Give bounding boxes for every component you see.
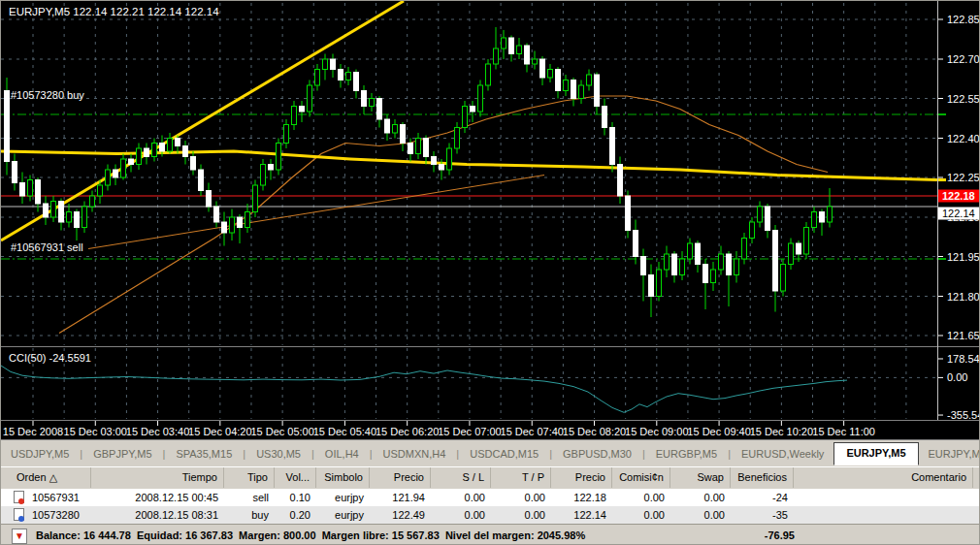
- chart-tab-usdcad-m15[interactable]: USDCAD,M15: [460, 444, 548, 465]
- candle-body: [168, 139, 173, 152]
- candle-body: [696, 243, 701, 265]
- chart-tab-usdmxn-h4[interactable]: USDMXN,H4: [374, 444, 456, 465]
- price-axis-label: 122.40: [947, 133, 980, 144]
- price-chart[interactable]: 122.85122.70122.55122.40122.25122.10121.…: [1, 1, 980, 439]
- time-axis-label: 15 Dec 08:20: [563, 426, 626, 437]
- price-axis-label: 121.65: [947, 330, 980, 341]
- candle-body: [145, 148, 149, 157]
- candle-body: [463, 107, 468, 128]
- time-axis-label: 15 Dec 04:20: [188, 426, 251, 437]
- price-axis-label: 122.85: [947, 14, 980, 25]
- candle-body: [315, 70, 320, 86]
- account-summary-text: Balance: 16 444.78 Equidad: 16 367.83 Ma…: [36, 529, 585, 541]
- column-header-simbolo[interactable]: Simbolo: [316, 467, 370, 488]
- candle-body: [362, 91, 367, 107]
- candle-body: [471, 107, 475, 112]
- order-row-10567931[interactable]: 105679312008.12.15 00:45sell0.10eurjpy12…: [1, 489, 980, 506]
- time-axis-label: 15 Dec 2008: [3, 426, 63, 437]
- order-cell: 0.00: [491, 489, 551, 506]
- order-row-10573280[interactable]: 105732802008.12.15 08:31buy0.20eurjpy122…: [1, 506, 980, 524]
- order-cell: 0.00: [670, 489, 731, 506]
- chart-tab-gbpusd-m30[interactable]: GBPUSD,M30: [553, 444, 641, 465]
- candle-body: [517, 46, 522, 54]
- candle-body: [703, 265, 708, 283]
- candle-body: [238, 217, 243, 228]
- candle-body: [75, 212, 80, 228]
- price-axis-label: 122.70: [947, 53, 980, 65]
- candle-body: [269, 165, 274, 171]
- candle-body: [90, 196, 95, 207]
- candle-body: [36, 180, 41, 205]
- order-cell: 10567931: [11, 489, 91, 506]
- column-header-comisi-n[interactable]: Comisi¢n: [612, 467, 670, 488]
- candle-body: [773, 231, 778, 292]
- chart-tab-oil-h4[interactable]: OIL,H4: [315, 444, 369, 465]
- column-header-orden[interactable]: Orden △: [11, 467, 91, 488]
- chart-tab-eurgbp-m5[interactable]: EURGBP,M5: [646, 444, 727, 465]
- cci-axis-label: 0.00: [947, 371, 967, 383]
- order-cell: [794, 489, 973, 506]
- column-header-swap[interactable]: Swap: [670, 467, 731, 488]
- candle-body: [711, 270, 716, 283]
- time-axis-label: 15 Dec 07:00: [438, 426, 501, 437]
- candle-body: [300, 107, 305, 112]
- candle-body: [114, 170, 118, 177]
- chart-title: EURJPY,M5 122.14 122.21 122.14 122.14: [9, 6, 219, 17]
- column-header-tipo[interactable]: Tipo: [224, 467, 275, 488]
- candle-body: [292, 107, 297, 125]
- time-axis-label: 15 Dec 05:40: [313, 426, 376, 437]
- order-cell: 122.14: [551, 506, 612, 524]
- column-header-s-l[interactable]: S / L: [431, 467, 491, 488]
- candle-body: [129, 159, 134, 165]
- chart-tab-gbpjpy-m5[interactable]: GBPJPY,M5: [83, 444, 161, 465]
- chart-tab-eurusd-weekly[interactable]: EURUSD,Weekly: [732, 444, 833, 465]
- candle-body: [191, 157, 196, 171]
- time-axis-label: 15 Dec 09:00: [625, 426, 688, 437]
- candle-body: [610, 128, 615, 165]
- order-cell: eurjpy: [316, 489, 370, 506]
- candle-body: [393, 125, 398, 134]
- order-cell: buy: [224, 506, 275, 524]
- candle-body: [812, 212, 817, 228]
- candle-body: [214, 207, 219, 222]
- column-header-precio[interactable]: Precio: [370, 467, 431, 488]
- candle-body: [579, 85, 584, 99]
- candle-body: [781, 265, 786, 292]
- candle-body: [370, 99, 375, 107]
- column-header-vol-[interactable]: Vol...: [275, 467, 316, 488]
- candle-body: [253, 185, 258, 212]
- candle-body: [618, 165, 623, 197]
- chart-tab-eurjpy-m5[interactable]: EURJPY,M5: [833, 442, 918, 465]
- column-header-tiempo[interactable]: Tiempo: [91, 467, 224, 488]
- column-header-precio[interactable]: Precio: [551, 467, 612, 488]
- order-cell: -35: [731, 506, 794, 524]
- candle-body: [478, 85, 483, 112]
- column-header-comentario[interactable]: Comentario: [794, 467, 973, 488]
- candle-body: [160, 144, 165, 152]
- orders-table-header: Orden △TiempoTipoVol...SimboloPrecioS / …: [1, 466, 980, 490]
- candle-body: [626, 196, 631, 231]
- order-cell: 0.00: [670, 506, 731, 524]
- chart-tab-eurjpy-m5[interactable]: EURJPY,M5: [919, 444, 980, 465]
- chart-tab-us30-m5[interactable]: US30,M5: [246, 444, 310, 465]
- candle-body: [284, 125, 289, 144]
- candle-body: [106, 170, 111, 185]
- candle-body: [51, 202, 56, 218]
- order-cell: 0.00: [491, 506, 551, 524]
- order-cell: 10573280: [11, 506, 91, 524]
- time-axis-label: 15 Dec 06:20: [376, 426, 439, 437]
- candle-body: [176, 139, 180, 146]
- chart-tab-spa35-m15[interactable]: SPA35,M15: [166, 444, 242, 465]
- column-header-t-p[interactable]: T / P: [491, 467, 551, 488]
- price-axis-label: 121.95: [947, 251, 980, 263]
- candle-body: [59, 202, 64, 223]
- candle-body: [377, 99, 382, 120]
- candle-body: [486, 64, 491, 85]
- time-axis-label: 15 Dec 07:40: [501, 426, 564, 437]
- indicator-label: CCI(50) -24.5591: [9, 352, 91, 364]
- chart-area[interactable]: 122.85122.70122.55122.40122.25122.10121.…: [1, 1, 980, 439]
- candle-body: [323, 59, 328, 70]
- trade-status-icon: ▼: [12, 529, 27, 544]
- column-header-beneficios[interactable]: Beneficios: [731, 467, 794, 488]
- chart-tab-usdjpy-m5[interactable]: USDJPY,M5: [1, 444, 79, 465]
